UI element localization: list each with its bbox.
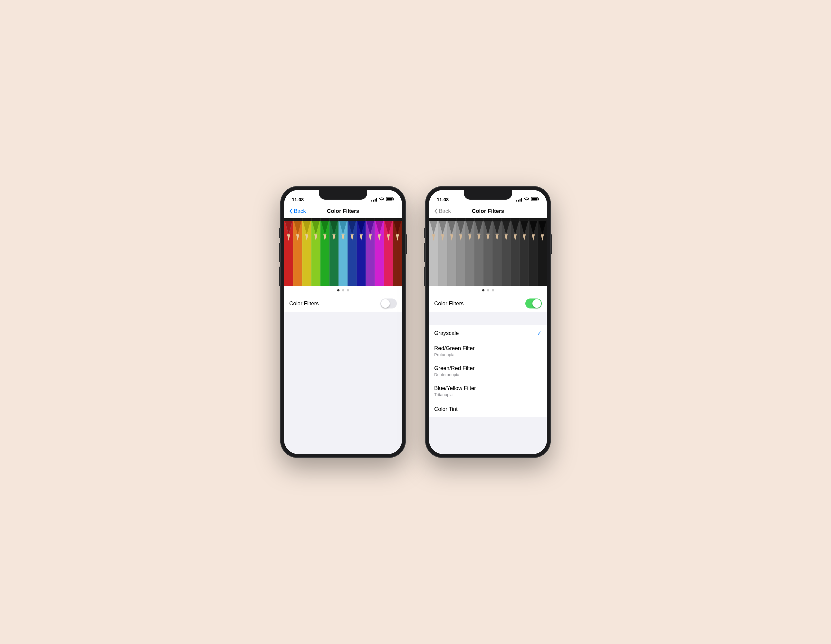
svg-rect-19	[311, 218, 320, 221]
status-icons-left	[371, 197, 394, 202]
color-tint-label: Color Tint	[434, 406, 458, 412]
right-buttons	[406, 234, 407, 254]
svg-rect-119	[529, 218, 538, 221]
red-green-filter-label-group: Red/Green Filter Protanopia	[434, 345, 475, 357]
back-button-left[interactable]: Back	[289, 208, 306, 215]
svg-rect-79	[438, 218, 447, 221]
pencil-banner-right	[429, 218, 547, 286]
nav-title-right: Color Filters	[472, 208, 504, 215]
toggle-thumb-left	[381, 299, 390, 308]
svg-rect-115	[520, 218, 529, 221]
color-filters-row-left: Color Filters	[284, 295, 402, 312]
svg-rect-99	[484, 218, 492, 221]
color-filters-toggle-right[interactable]	[525, 299, 542, 308]
pagination-dots-right	[429, 286, 547, 295]
toggle-thumb-right	[532, 299, 541, 308]
dot-1-right	[482, 289, 484, 291]
blue-yellow-filter-row[interactable]: Blue/Yellow Filter Tritanopia	[429, 381, 547, 401]
color-filters-row-right: Color Filters	[429, 295, 547, 312]
battery-icon-left	[386, 197, 394, 202]
wifi-icon-right	[524, 197, 529, 202]
filter-options-section: Grayscale ✓ Red/Green Filter Protanopia	[429, 325, 547, 417]
svg-rect-91	[465, 218, 474, 221]
blue-yellow-filter-label: Blue/Yellow Filter	[434, 385, 476, 391]
settings-content-right: Color Filters Grayscale ✓	[429, 295, 547, 454]
svg-rect-2	[393, 198, 394, 200]
color-filters-section-left: Color Filters	[284, 295, 402, 312]
back-button-right[interactable]: Back	[434, 208, 451, 215]
phone-right: 11:08	[425, 186, 551, 458]
mute-button-right	[424, 228, 425, 238]
grayscale-row[interactable]: Grayscale ✓	[429, 325, 547, 341]
color-filters-section-right: Color Filters	[429, 295, 547, 312]
separator-1	[429, 312, 547, 319]
phone-right-screen: 11:08	[429, 190, 547, 454]
nav-title-left: Color Filters	[327, 208, 359, 215]
volume-down-button	[279, 267, 280, 286]
svg-rect-83	[447, 218, 456, 221]
dot-3-right	[492, 289, 494, 291]
left-buttons	[279, 228, 280, 286]
phone-left: 11:08	[280, 186, 406, 458]
svg-rect-43	[366, 218, 374, 221]
green-red-filter-sublabel: Deuteranopia	[434, 372, 475, 377]
svg-rect-107	[501, 218, 511, 221]
blue-yellow-filter-label-group: Blue/Yellow Filter Tritanopia	[434, 385, 476, 397]
settings-content-left: Color Filters	[284, 295, 402, 454]
signal-icon-left	[371, 198, 377, 202]
nav-bar-right: Back Color Filters	[429, 204, 547, 218]
power-button-right	[551, 234, 552, 254]
svg-rect-55	[393, 218, 402, 221]
svg-rect-103	[492, 218, 501, 221]
dot-2-left	[342, 289, 344, 291]
notch-right	[464, 190, 512, 200]
color-filters-label-left: Color Filters	[289, 301, 319, 307]
svg-rect-15	[302, 218, 311, 221]
dot-2-right	[487, 289, 489, 291]
svg-rect-87	[456, 218, 465, 221]
colored-pencils-svg	[284, 218, 402, 286]
color-tint-label-group: Color Tint	[434, 406, 458, 412]
svg-rect-7	[284, 218, 293, 221]
volume-up-button	[279, 243, 280, 262]
wifi-icon-left	[379, 197, 384, 202]
svg-rect-23	[320, 218, 330, 221]
svg-rect-47	[375, 218, 384, 221]
svg-rect-1	[387, 198, 393, 200]
signal-icon-right	[516, 198, 522, 202]
dot-1-left	[337, 289, 339, 291]
right-buttons-right	[551, 234, 552, 254]
status-time-right: 11:08	[437, 197, 449, 202]
left-buttons-right	[424, 228, 425, 286]
mute-button	[279, 228, 280, 238]
dot-3-left	[347, 289, 349, 291]
red-green-filter-row[interactable]: Red/Green Filter Protanopia	[429, 341, 547, 361]
color-filters-label-right: Color Filters	[434, 301, 464, 307]
green-red-filter-row[interactable]: Green/Red Filter Deuteranopia	[429, 361, 547, 381]
battery-icon-right	[531, 197, 539, 202]
svg-rect-11	[293, 218, 302, 221]
volume-down-button-right	[424, 267, 425, 286]
grayscale-label-group: Grayscale	[434, 330, 459, 337]
grayscale-pencils-svg	[429, 218, 547, 286]
svg-rect-123	[538, 218, 547, 221]
svg-rect-51	[384, 218, 393, 221]
svg-rect-111	[511, 218, 519, 221]
notch	[319, 190, 367, 200]
power-button	[406, 234, 407, 254]
svg-rect-39	[357, 218, 366, 221]
nav-bar-left: Back Color Filters	[284, 204, 402, 218]
color-filters-toggle-left[interactable]	[380, 299, 397, 308]
svg-rect-31	[339, 218, 347, 221]
separator-2	[429, 417, 547, 443]
red-green-filter-sublabel: Protanopia	[434, 352, 475, 357]
grayscale-checkmark: ✓	[537, 330, 542, 337]
blue-yellow-filter-sublabel: Tritanopia	[434, 392, 476, 397]
pencil-banner-left	[284, 218, 402, 286]
status-time-left: 11:08	[292, 197, 304, 202]
scene: 11:08	[261, 167, 570, 477]
color-tint-row[interactable]: Color Tint	[429, 401, 547, 417]
pagination-dots-left	[284, 286, 402, 295]
svg-rect-27	[330, 218, 339, 221]
status-icons-right	[516, 197, 539, 202]
